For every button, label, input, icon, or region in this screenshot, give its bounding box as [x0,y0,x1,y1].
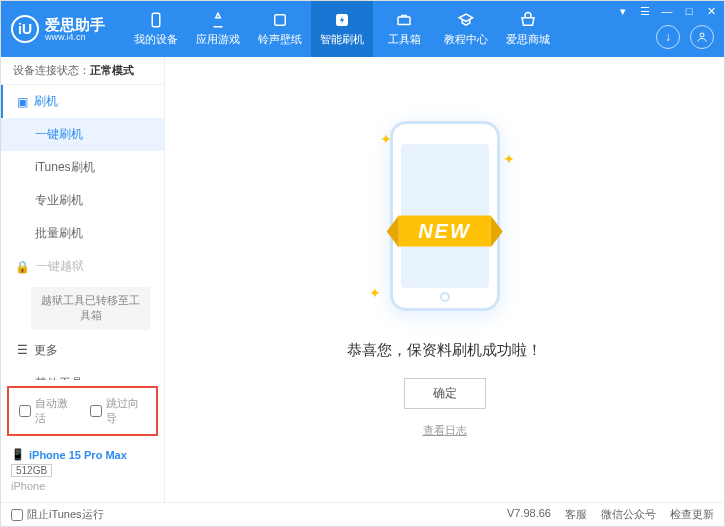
group-label: 刷机 [34,93,58,110]
more-group-icon: ☰ [17,343,28,357]
header-actions: ↓ [656,25,714,49]
nav-store[interactable]: 爱思商城 [497,1,559,57]
sparkle-icon: ✦ [380,131,392,147]
device-storage: 512GB [11,464,52,477]
apps-icon [209,11,227,29]
status-value: 正常模式 [90,64,134,76]
footer: 阻止iTunes运行 V7.98.66 客服 微信公众号 检查更新 [1,502,724,526]
logo-icon: iU [11,15,39,43]
group-label: 一键越狱 [36,258,84,275]
nav-label: 智能刷机 [320,32,364,47]
footer-link-support[interactable]: 客服 [565,507,587,522]
lock-icon: 🔒 [15,260,30,274]
download-button[interactable]: ↓ [656,25,680,49]
toolbox-icon [395,11,413,29]
sidebar-item-other-tools[interactable]: 其他工具 [1,367,164,380]
app-name: 爱思助手 [45,17,105,32]
footer-left: 阻止iTunes运行 [11,507,104,522]
footer-right: V7.98.66 客服 微信公众号 检查更新 [507,507,714,522]
logo: iU 爱思助手 www.i4.cn [11,15,105,43]
success-illustration: NEW ✦ ✦ ✦ [375,121,515,321]
app-url: www.i4.cn [45,32,105,42]
nav-ringtones[interactable]: 铃声壁纸 [249,1,311,57]
sparkle-icon: ✦ [369,285,381,301]
sidebar: 设备连接状态：正常模式 ▣ 刷机 一键刷机 iTunes刷机 专业刷机 批量刷机… [1,57,165,502]
svg-rect-0 [152,13,160,27]
flash-options-highlight: 自动激活 跳过向导 [7,386,158,436]
nav-label: 工具箱 [388,32,421,47]
sidebar-item-pro-flash[interactable]: 专业刷机 [1,184,164,217]
svg-point-4 [700,33,704,37]
tutorial-icon [457,11,475,29]
device-info: 📱 iPhone 15 Pro Max 512GB iPhone [1,442,164,502]
device-icon [147,11,165,29]
ringtone-icon [271,11,289,29]
checkbox-label: 跳过向导 [106,396,147,426]
nav-apps[interactable]: 应用游戏 [187,1,249,57]
main-content: NEW ✦ ✦ ✦ 恭喜您，保资料刷机成功啦！ 确定 查看日志 [165,57,724,502]
svg-rect-3 [398,17,410,25]
success-message: 恭喜您，保资料刷机成功啦！ [347,341,542,360]
window-controls: ▾ ☰ — □ ✕ [616,5,718,18]
ok-button[interactable]: 确定 [404,378,486,409]
sidebar-item-oneclick-flash[interactable]: 一键刷机 [1,118,164,151]
nav-label: 铃声壁纸 [258,32,302,47]
store-icon [519,11,537,29]
nav-flash[interactable]: 智能刷机 [311,1,373,57]
auto-activate-checkbox[interactable]: 自动激活 [19,396,76,426]
phone-icon: 📱 [11,448,25,461]
sidebar-group-flash[interactable]: ▣ 刷机 [1,85,164,118]
sidebar-item-batch-flash[interactable]: 批量刷机 [1,217,164,250]
nav-my-device[interactable]: 我的设备 [125,1,187,57]
group-label: 更多 [34,342,58,359]
nav-label: 应用游戏 [196,32,240,47]
maximize-icon[interactable]: □ [682,5,696,18]
jailbreak-moved-note: 越狱工具已转移至工具箱 [31,287,150,330]
app-body: 设备连接状态：正常模式 ▣ 刷机 一键刷机 iTunes刷机 专业刷机 批量刷机… [1,57,724,502]
minimize-icon[interactable]: — [660,5,674,18]
footer-link-wechat[interactable]: 微信公众号 [601,507,656,522]
new-ribbon: NEW [398,216,491,247]
sidebar-group-jailbreak: 🔒 一键越狱 [1,250,164,283]
flash-icon [333,11,351,29]
flash-group-icon: ▣ [17,95,28,109]
device-name-label: iPhone 15 Pro Max [29,449,127,461]
view-log-link[interactable]: 查看日志 [423,423,467,438]
block-itunes-checkbox[interactable]: 阻止iTunes运行 [11,507,104,522]
sparkle-icon: ✦ [503,151,515,167]
sidebar-item-itunes-flash[interactable]: iTunes刷机 [1,151,164,184]
device-name[interactable]: 📱 iPhone 15 Pro Max [11,448,154,461]
app-header: iU 爱思助手 www.i4.cn 我的设备 应用游戏 铃声壁纸 智能刷机 工具… [1,1,724,57]
nav-toolbox[interactable]: 工具箱 [373,1,435,57]
sidebar-group-more[interactable]: ☰ 更多 [1,334,164,367]
nav-label: 教程中心 [444,32,488,47]
checkbox-label: 阻止iTunes运行 [27,507,104,522]
menu-icon[interactable]: ▾ [616,5,630,18]
user-button[interactable] [690,25,714,49]
checkbox-label: 自动激活 [35,396,76,426]
svg-rect-1 [275,15,286,26]
nav-tutorials[interactable]: 教程中心 [435,1,497,57]
settings-icon[interactable]: ☰ [638,5,652,18]
nav-label: 爱思商城 [506,32,550,47]
main-nav: 我的设备 应用游戏 铃声壁纸 智能刷机 工具箱 教程中心 爱思商城 [125,1,559,57]
device-status: 设备连接状态：正常模式 [1,57,164,85]
skip-guide-checkbox[interactable]: 跳过向导 [90,396,147,426]
close-icon[interactable]: ✕ [704,5,718,18]
footer-link-update[interactable]: 检查更新 [670,507,714,522]
device-type: iPhone [11,480,154,492]
version-label: V7.98.66 [507,507,551,522]
nav-label: 我的设备 [134,32,178,47]
status-label: 设备连接状态： [13,64,90,76]
